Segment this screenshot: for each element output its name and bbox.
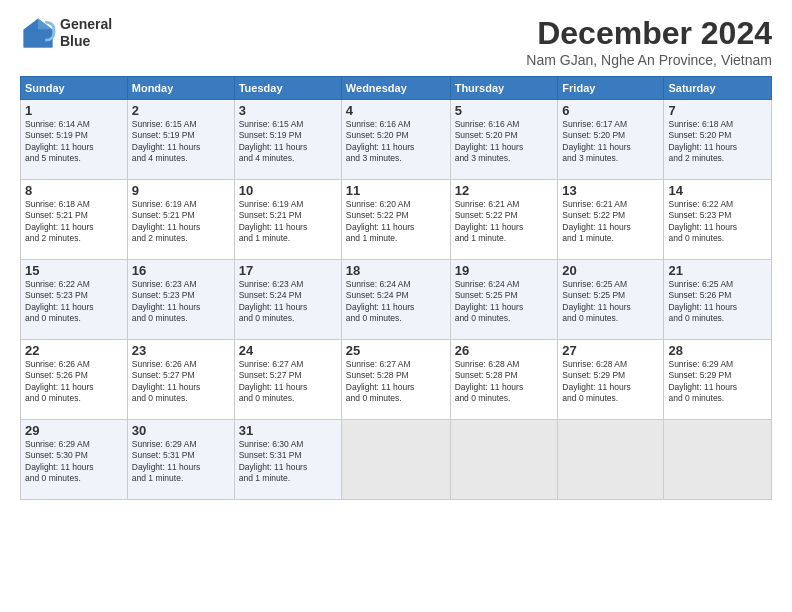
day-info: Sunrise: 6:19 AM Sunset: 5:21 PM Dayligh…: [132, 199, 230, 245]
day-info: Sunrise: 6:30 AM Sunset: 5:31 PM Dayligh…: [239, 439, 337, 485]
week-row: 29Sunrise: 6:29 AM Sunset: 5:30 PM Dayli…: [21, 420, 772, 500]
day-cell: [558, 420, 664, 500]
day-info: Sunrise: 6:22 AM Sunset: 5:23 PM Dayligh…: [668, 199, 767, 245]
day-number: 31: [239, 423, 337, 438]
day-cell: 11Sunrise: 6:20 AM Sunset: 5:22 PM Dayli…: [341, 180, 450, 260]
day-info: Sunrise: 6:15 AM Sunset: 5:19 PM Dayligh…: [239, 119, 337, 165]
day-number: 25: [346, 343, 446, 358]
day-cell: 17Sunrise: 6:23 AM Sunset: 5:24 PM Dayli…: [234, 260, 341, 340]
day-cell: [341, 420, 450, 500]
day-info: Sunrise: 6:17 AM Sunset: 5:20 PM Dayligh…: [562, 119, 659, 165]
day-cell: 9Sunrise: 6:19 AM Sunset: 5:21 PM Daylig…: [127, 180, 234, 260]
day-info: Sunrise: 6:28 AM Sunset: 5:29 PM Dayligh…: [562, 359, 659, 405]
day-info: Sunrise: 6:27 AM Sunset: 5:27 PM Dayligh…: [239, 359, 337, 405]
day-number: 27: [562, 343, 659, 358]
day-number: 13: [562, 183, 659, 198]
day-number: 26: [455, 343, 554, 358]
logo-text: General Blue: [60, 16, 112, 50]
day-info: Sunrise: 6:14 AM Sunset: 5:19 PM Dayligh…: [25, 119, 123, 165]
day-info: Sunrise: 6:25 AM Sunset: 5:25 PM Dayligh…: [562, 279, 659, 325]
day-number: 3: [239, 103, 337, 118]
day-number: 16: [132, 263, 230, 278]
day-cell: [664, 420, 772, 500]
day-info: Sunrise: 6:29 AM Sunset: 5:30 PM Dayligh…: [25, 439, 123, 485]
day-info: Sunrise: 6:18 AM Sunset: 5:21 PM Dayligh…: [25, 199, 123, 245]
col-header-wednesday: Wednesday: [341, 77, 450, 100]
day-number: 9: [132, 183, 230, 198]
day-info: Sunrise: 6:22 AM Sunset: 5:23 PM Dayligh…: [25, 279, 123, 325]
day-cell: 13Sunrise: 6:21 AM Sunset: 5:22 PM Dayli…: [558, 180, 664, 260]
day-cell: 14Sunrise: 6:22 AM Sunset: 5:23 PM Dayli…: [664, 180, 772, 260]
day-cell: 21Sunrise: 6:25 AM Sunset: 5:26 PM Dayli…: [664, 260, 772, 340]
day-number: 4: [346, 103, 446, 118]
day-cell: 10Sunrise: 6:19 AM Sunset: 5:21 PM Dayli…: [234, 180, 341, 260]
day-number: 10: [239, 183, 337, 198]
day-cell: 26Sunrise: 6:28 AM Sunset: 5:28 PM Dayli…: [450, 340, 558, 420]
week-row: 15Sunrise: 6:22 AM Sunset: 5:23 PM Dayli…: [21, 260, 772, 340]
day-number: 2: [132, 103, 230, 118]
day-info: Sunrise: 6:26 AM Sunset: 5:27 PM Dayligh…: [132, 359, 230, 405]
day-info: Sunrise: 6:18 AM Sunset: 5:20 PM Dayligh…: [668, 119, 767, 165]
calendar-table: SundayMondayTuesdayWednesdayThursdayFrid…: [20, 76, 772, 500]
day-info: Sunrise: 6:27 AM Sunset: 5:28 PM Dayligh…: [346, 359, 446, 405]
day-number: 1: [25, 103, 123, 118]
day-cell: 20Sunrise: 6:25 AM Sunset: 5:25 PM Dayli…: [558, 260, 664, 340]
day-info: Sunrise: 6:23 AM Sunset: 5:23 PM Dayligh…: [132, 279, 230, 325]
day-number: 5: [455, 103, 554, 118]
day-info: Sunrise: 6:26 AM Sunset: 5:26 PM Dayligh…: [25, 359, 123, 405]
col-header-saturday: Saturday: [664, 77, 772, 100]
title-block: December 2024 Nam GJan, Nghe An Province…: [526, 15, 772, 68]
header-row: SundayMondayTuesdayWednesdayThursdayFrid…: [21, 77, 772, 100]
day-cell: 28Sunrise: 6:29 AM Sunset: 5:29 PM Dayli…: [664, 340, 772, 420]
day-number: 11: [346, 183, 446, 198]
day-cell: 30Sunrise: 6:29 AM Sunset: 5:31 PM Dayli…: [127, 420, 234, 500]
day-cell: 25Sunrise: 6:27 AM Sunset: 5:28 PM Dayli…: [341, 340, 450, 420]
day-cell: 3Sunrise: 6:15 AM Sunset: 5:19 PM Daylig…: [234, 100, 341, 180]
day-cell: 5Sunrise: 6:16 AM Sunset: 5:20 PM Daylig…: [450, 100, 558, 180]
day-number: 7: [668, 103, 767, 118]
page: General Blue December 2024 Nam GJan, Ngh…: [0, 0, 792, 510]
week-row: 22Sunrise: 6:26 AM Sunset: 5:26 PM Dayli…: [21, 340, 772, 420]
day-cell: 7Sunrise: 6:18 AM Sunset: 5:20 PM Daylig…: [664, 100, 772, 180]
day-number: 23: [132, 343, 230, 358]
day-cell: 27Sunrise: 6:28 AM Sunset: 5:29 PM Dayli…: [558, 340, 664, 420]
day-cell: 18Sunrise: 6:24 AM Sunset: 5:24 PM Dayli…: [341, 260, 450, 340]
day-info: Sunrise: 6:29 AM Sunset: 5:31 PM Dayligh…: [132, 439, 230, 485]
day-cell: [450, 420, 558, 500]
day-info: Sunrise: 6:21 AM Sunset: 5:22 PM Dayligh…: [562, 199, 659, 245]
day-cell: 15Sunrise: 6:22 AM Sunset: 5:23 PM Dayli…: [21, 260, 128, 340]
day-info: Sunrise: 6:16 AM Sunset: 5:20 PM Dayligh…: [346, 119, 446, 165]
day-cell: 2Sunrise: 6:15 AM Sunset: 5:19 PM Daylig…: [127, 100, 234, 180]
day-number: 19: [455, 263, 554, 278]
day-number: 21: [668, 263, 767, 278]
day-info: Sunrise: 6:25 AM Sunset: 5:26 PM Dayligh…: [668, 279, 767, 325]
day-number: 22: [25, 343, 123, 358]
day-number: 20: [562, 263, 659, 278]
day-cell: 4Sunrise: 6:16 AM Sunset: 5:20 PM Daylig…: [341, 100, 450, 180]
header: General Blue December 2024 Nam GJan, Ngh…: [20, 15, 772, 68]
day-number: 28: [668, 343, 767, 358]
day-info: Sunrise: 6:19 AM Sunset: 5:21 PM Dayligh…: [239, 199, 337, 245]
day-cell: 22Sunrise: 6:26 AM Sunset: 5:26 PM Dayli…: [21, 340, 128, 420]
day-cell: 31Sunrise: 6:30 AM Sunset: 5:31 PM Dayli…: [234, 420, 341, 500]
day-cell: 6Sunrise: 6:17 AM Sunset: 5:20 PM Daylig…: [558, 100, 664, 180]
day-info: Sunrise: 6:20 AM Sunset: 5:22 PM Dayligh…: [346, 199, 446, 245]
logo: General Blue: [20, 15, 112, 51]
day-info: Sunrise: 6:21 AM Sunset: 5:22 PM Dayligh…: [455, 199, 554, 245]
col-header-monday: Monday: [127, 77, 234, 100]
day-number: 8: [25, 183, 123, 198]
day-cell: 8Sunrise: 6:18 AM Sunset: 5:21 PM Daylig…: [21, 180, 128, 260]
col-header-friday: Friday: [558, 77, 664, 100]
day-info: Sunrise: 6:29 AM Sunset: 5:29 PM Dayligh…: [668, 359, 767, 405]
day-number: 17: [239, 263, 337, 278]
col-header-thursday: Thursday: [450, 77, 558, 100]
day-cell: 16Sunrise: 6:23 AM Sunset: 5:23 PM Dayli…: [127, 260, 234, 340]
day-info: Sunrise: 6:28 AM Sunset: 5:28 PM Dayligh…: [455, 359, 554, 405]
day-number: 29: [25, 423, 123, 438]
day-cell: 29Sunrise: 6:29 AM Sunset: 5:30 PM Dayli…: [21, 420, 128, 500]
day-cell: 1Sunrise: 6:14 AM Sunset: 5:19 PM Daylig…: [21, 100, 128, 180]
month-title: December 2024: [526, 15, 772, 52]
day-info: Sunrise: 6:24 AM Sunset: 5:25 PM Dayligh…: [455, 279, 554, 325]
day-info: Sunrise: 6:23 AM Sunset: 5:24 PM Dayligh…: [239, 279, 337, 325]
day-info: Sunrise: 6:24 AM Sunset: 5:24 PM Dayligh…: [346, 279, 446, 325]
